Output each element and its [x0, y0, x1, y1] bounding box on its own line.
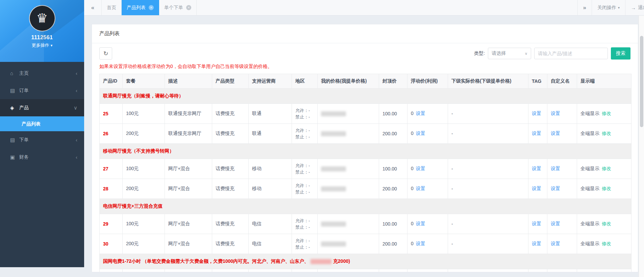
display-side-modify-link[interactable]: 修改	[602, 221, 611, 226]
tag-set-link[interactable]: 设置	[532, 131, 541, 136]
custom-name-set-link[interactable]: 设置	[551, 166, 560, 171]
plan-cell: 100元	[123, 104, 165, 124]
sidebar-item-finance[interactable]: ▣ 财务 ‹	[0, 148, 84, 166]
topbar-right-group: » 关闭操作 ▾ → 退出	[577, 0, 644, 15]
region-deny-value: 禁止：-	[295, 169, 314, 175]
sidebar-item-label: 下单	[19, 137, 29, 143]
tag-set-link[interactable]: 设置	[532, 221, 541, 226]
group-title: 联通网厅慢充（到账慢，请耐心等待）	[103, 93, 183, 98]
close-tab-icon[interactable]: ×	[149, 5, 154, 10]
display-side-modify-link[interactable]: 修改	[602, 166, 611, 171]
topbar: « 首页 产品列表 × 单个下单 × » 关闭操作 ▾ → 退出	[84, 0, 644, 16]
chevron-left-icon: ‹	[76, 70, 77, 76]
custom-name-cell: 设置	[547, 234, 577, 254]
my-price-cell	[318, 214, 379, 234]
sidebar-item-home[interactable]: ⌂ 主页 ‹	[0, 65, 84, 82]
more-operations-dropdown[interactable]: 更多操作▾	[0, 42, 84, 48]
scrollbar-track[interactable]	[639, 16, 644, 277]
float-price-cell: 0设置	[407, 159, 448, 179]
tag-set-link[interactable]: 设置	[532, 186, 541, 191]
custom-name-cell: 设置	[547, 124, 577, 144]
plan-cell: 100元	[123, 159, 165, 179]
tab-home[interactable]: 首页	[102, 0, 122, 15]
plan-cell: 200元	[123, 234, 165, 254]
carrier-cell	[249, 269, 292, 273]
float-price-cell: 0设置	[407, 179, 448, 199]
group-header-cell: 联通网厅慢充（到账慢，请耐心等待）	[100, 89, 631, 104]
display-side-cell: 全端显示修改	[577, 234, 631, 254]
description-cell: 网厅+混合	[165, 214, 212, 234]
tag-set-link[interactable]: 设置	[532, 166, 541, 171]
my-price-cell	[318, 269, 379, 273]
table-head-row: 产品ID套餐描述产品类型支持运营商地区我的价格(我提单价格)封顶价浮动价(利润)…	[100, 74, 631, 89]
display-side-value: 全端显示	[580, 111, 599, 116]
sidebar-item-products[interactable]: ◈ 产品 ∨	[0, 99, 84, 116]
search-button[interactable]: 搜索	[611, 47, 630, 60]
column-header: 显示端	[577, 74, 631, 89]
sub-price-cell: -	[448, 214, 528, 234]
document-icon: ▤	[10, 88, 19, 94]
custom-name-cell: 设置	[547, 214, 577, 234]
float-price-warning: 如果未设置浮动价格或者浮动价为0，会自动取下单用户自己当前等级设置的价格。	[92, 60, 638, 72]
float-price-set-link[interactable]: 设置	[416, 131, 425, 136]
tab-label: 单个下单	[164, 5, 183, 11]
custom-name-set-link[interactable]: 设置	[551, 131, 560, 136]
product-type-cell: 话费慢充	[212, 159, 249, 179]
display-side-modify-link[interactable]: 修改	[602, 186, 611, 191]
float-price-set-link[interactable]: 设置	[416, 221, 425, 226]
float-price-set-link[interactable]: 设置	[416, 241, 425, 246]
group-title: 移动网厅慢充（不支持携号转网）	[103, 148, 174, 154]
close-tab-icon[interactable]: ×	[186, 5, 191, 10]
custom-name-set-link[interactable]: 设置	[551, 241, 560, 246]
logout-button[interactable]: → 退出	[625, 0, 644, 15]
float-price-cell: 0设置	[407, 124, 448, 144]
tabs-scroll-left-button[interactable]: «	[84, 0, 102, 15]
tab-single-order[interactable]: 单个下单 ×	[159, 0, 197, 15]
sub-price-cell: -	[448, 104, 528, 124]
custom-name-set-link[interactable]: 设置	[551, 186, 560, 191]
display-side-modify-link[interactable]: 修改	[602, 131, 611, 136]
tag-set-link[interactable]: 设置	[532, 111, 541, 116]
product-id-cell: 29	[100, 214, 123, 234]
display-side-value: 全端显示	[580, 221, 599, 226]
tab-product-list[interactable]: 产品列表 ×	[122, 0, 159, 15]
chevron-left-icon: ‹	[76, 88, 77, 93]
tag-set-link[interactable]: 设置	[532, 241, 541, 246]
sidebar-item-orders[interactable]: ▤ 订单 ‹	[0, 82, 84, 99]
logout-label: 退出	[638, 5, 644, 11]
display-side-modify-link[interactable]: 修改	[602, 111, 611, 116]
type-select[interactable]: 请选择 ∨	[488, 48, 531, 59]
product-type-cell: 话费慢充	[212, 214, 249, 234]
custom-name-set-link[interactable]: 设置	[551, 221, 560, 226]
sidebar-subitem-label: 产品列表	[22, 121, 41, 126]
censored-price	[321, 166, 346, 171]
sidebar-item-place-order[interactable]: ▤ 下单 ‹	[0, 131, 84, 148]
display-side-modify-link[interactable]: 修改	[602, 241, 611, 246]
refresh-icon: ↻	[103, 50, 108, 57]
caret-down-icon: ▾	[51, 43, 53, 47]
float-price-set-link[interactable]: 设置	[416, 111, 425, 116]
tabs-scroll-right-button[interactable]: »	[577, 0, 592, 15]
column-header: 产品类型	[212, 74, 249, 89]
refresh-button[interactable]: ↻	[99, 47, 112, 60]
tag-cell: 设置	[528, 214, 547, 234]
region-cell: 允许：-禁止：-	[292, 159, 318, 179]
custom-name-set-link[interactable]: 设置	[551, 111, 560, 116]
description-cell: 网厅+混合	[165, 159, 212, 179]
close-operations-dropdown[interactable]: 关闭操作 ▾	[592, 0, 625, 15]
scrollbar-thumb[interactable]	[640, 36, 643, 127]
sidebar-item-label: 产品	[19, 105, 29, 111]
float-price-set-link[interactable]: 设置	[416, 186, 425, 191]
float-price-cell: 0设置	[407, 234, 448, 254]
region-deny-value: 禁止：-	[295, 224, 314, 230]
float-price-value: 0	[411, 166, 414, 171]
float-price-set-link[interactable]: 设置	[416, 166, 425, 171]
finance-icon: ▣	[10, 154, 19, 160]
column-header: 地区	[292, 74, 318, 89]
sidebar-subitem-product-list[interactable]: 产品列表	[0, 116, 84, 131]
search-input[interactable]	[534, 48, 608, 59]
sidebar-item-label: 财务	[19, 154, 29, 160]
my-price-cell	[318, 179, 379, 199]
float-price-cell: 0设置	[407, 104, 448, 124]
crown-logo-icon: ♛	[36, 12, 48, 25]
